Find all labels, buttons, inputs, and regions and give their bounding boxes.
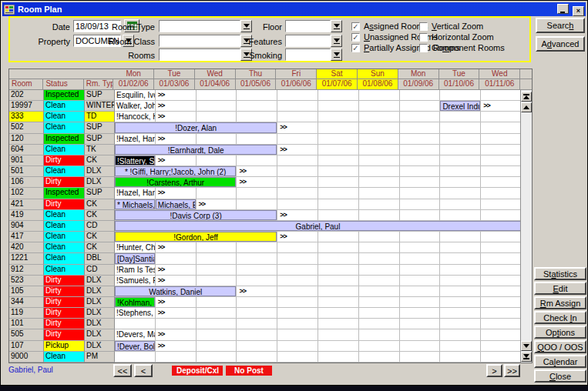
rm-assign-button[interactable]: Rm Assign: [534, 296, 586, 309]
reservation-bar-slattery-sea[interactable]: !Slattery, Sea: [115, 155, 155, 165]
floor-input[interactable]: [285, 20, 331, 32]
reservation-bar-carstens-arthur[interactable]: !Carstens, Arthur: [115, 177, 236, 187]
room-row-419[interactable]: 419CleanCK!Davis Corp (3)>>: [9, 210, 522, 221]
room-row-505[interactable]: 505DirtyDLX!Devers, Mar>>: [9, 329, 522, 340]
checkbox-box[interactable]: [419, 22, 428, 31]
room-type-cell: CK: [85, 155, 115, 166]
reservation-bar-samuels-p[interactable]: !Samuels, P: [115, 276, 155, 286]
smoking-dropdown-button[interactable]: [331, 48, 342, 61]
nav-next-button[interactable]: >: [486, 364, 502, 377]
room-number: 501: [9, 166, 44, 177]
room-row-102[interactable]: 102InspectedSUP!Hazel, Harri>>: [9, 188, 522, 199]
room-number: 420: [9, 242, 44, 253]
checkbox-box[interactable]: [419, 33, 428, 42]
room-row-523[interactable]: 523DirtyDLX!Samuels, P>>: [9, 276, 522, 286]
close-window-button[interactable]: ×: [573, 6, 584, 16]
reservation-bar-davis-corp-3[interactable]: !Davis Corp (3): [115, 210, 277, 220]
checkbox-horizontal-zoom[interactable]: Horizontal Zoom: [419, 32, 505, 42]
checkbox-box[interactable]: ✓: [351, 44, 360, 52]
rooms-input[interactable]: [159, 48, 240, 61]
reservation-bar-gordon-jeff[interactable]: !Gordon, Jeff: [115, 232, 277, 242]
checkbox-column-2: Vertical ZoomHorizontal ZoomComponent Ro…: [419, 21, 505, 53]
room-row-120[interactable]: 120InspectedSUP!Hazel, Harri>>: [9, 134, 522, 145]
room-row-9000[interactable]: 9000CleanPM: [9, 352, 522, 363]
checkbox-vertical-zoom[interactable]: Vertical Zoom: [419, 21, 505, 32]
date-header-row: Room Status Rm. Type 01/02/0601/03/0601/…: [9, 79, 532, 90]
reservation-bar-hazel-harri[interactable]: !Hazel, Harri: [115, 188, 155, 198]
reservation-bar-hazel-harri[interactable]: !Hazel, Harri: [115, 134, 155, 144]
minimize-button[interactable]: [557, 4, 569, 14]
room-row-101[interactable]: 101DirtyDLX: [9, 319, 522, 329]
calendar-button[interactable]: Calendar: [534, 355, 586, 368]
statistics-button[interactable]: Statistics: [534, 267, 586, 280]
room-row-119[interactable]: 119DirtyDLX!Stephens, R>>: [9, 308, 522, 319]
reservation-bar-giffi-harry-jacob-john-2[interactable]: * !Giffi, Harry;!Jacob, John (2): [115, 166, 236, 176]
nav-prev-button[interactable]: <: [134, 364, 153, 377]
timeline: !Earnhardt, Dale>>: [115, 145, 522, 155]
room-row-106[interactable]: 106DirtyDLX!Carstens, Arthur>>: [9, 177, 522, 188]
room-row-904[interactable]: 904CleanCDGabriel, Paul: [9, 221, 522, 232]
features-input[interactable]: [285, 35, 331, 47]
room-row-107[interactable]: 107PickupDLX!Dever, Bob>>: [9, 341, 522, 352]
reservation-bar-hancock-h[interactable]: !Hancock, H: [115, 112, 155, 122]
room-row-333[interactable]: 333CleanTD!Hancock, H>>: [9, 112, 522, 122]
room-row-1221[interactable]: 1221CleanDBL[Day]Santiag: [9, 253, 522, 264]
checkbox-box[interactable]: ✓: [351, 22, 360, 31]
room-number: 901: [9, 155, 44, 166]
room-row-105[interactable]: 105DirtyDLXWatkins, Daniel>>: [9, 286, 522, 297]
room-row-501[interactable]: 501CleanDLX* !Giffi, Harry;!Jacob, John …: [9, 166, 522, 177]
room-type-input[interactable]: [159, 20, 240, 32]
reservation-bar-watkins-daniel[interactable]: Watkins, Daniel: [115, 286, 236, 296]
room-row-421[interactable]: 421DirtyCK* Michaels, EMichaels, Ed>>: [9, 199, 522, 210]
room-type-cell: DLX: [85, 177, 115, 188]
room-row-420[interactable]: 420CleanCK!Hunter, Cha>>: [9, 242, 522, 253]
search-button[interactable]: Search: [536, 18, 585, 33]
reservation-bar-day-santiag[interactable]: [Day]Santiag: [115, 253, 155, 263]
scroll-down-button[interactable]: [521, 341, 532, 351]
room-row-417[interactable]: 417CleanCK!Gordon, Jeff>>: [9, 232, 522, 242]
checkbox-component-rooms[interactable]: Component Rooms: [419, 42, 505, 53]
edit-button[interactable]: Edit: [534, 282, 586, 295]
room-row-502[interactable]: 502CleanSUP!Dozer, Alan>>: [9, 122, 522, 133]
reservation-bar-earnhardt-dale[interactable]: !Earnhardt, Dale: [115, 145, 277, 155]
reservation-bar-devers-mar[interactable]: !Devers, Mar: [115, 329, 155, 339]
check-in-button[interactable]: Check In: [534, 311, 586, 324]
options-button[interactable]: Options: [534, 326, 586, 339]
room-row-19997[interactable]: 19997CleanWINTERWalker, John>>Drexel Ind…: [9, 101, 522, 112]
room-type-cell: CK: [85, 242, 115, 253]
scroll-up-button[interactable]: [521, 102, 532, 112]
room-row-604[interactable]: 604CleanTK!Earnhardt, Dale>>: [9, 145, 522, 155]
reservation-bar-ram-is-tes[interactable]: !Ram Is Tes: [115, 265, 155, 275]
reservation-bar-michaels-ed[interactable]: Michaels, Ed: [156, 199, 196, 209]
reservation-bar-gabriel-paul[interactable]: Gabriel, Paul: [115, 221, 521, 231]
advanced-button[interactable]: Advanced: [536, 36, 585, 52]
qoo-oos-button[interactable]: QOO / OOS: [534, 340, 586, 353]
room-row-344[interactable]: 344DirtyDLX!Kohlman, J>>: [9, 297, 522, 308]
checkbox-box[interactable]: ✓: [351, 33, 360, 42]
smoking-input[interactable]: [285, 48, 331, 61]
nav-last-button[interactable]: >>: [504, 364, 520, 377]
reservation-bar-dozer-alan[interactable]: !Dozer, Alan: [115, 122, 277, 132]
reservation-bar-hunter-cha[interactable]: !Hunter, Cha: [115, 242, 155, 252]
room-plan-window: Room Plan × Date Property Room Type Room…: [0, 0, 588, 386]
features-dropdown-button[interactable]: [331, 35, 342, 47]
checkbox-box[interactable]: [419, 44, 428, 52]
room-row-901[interactable]: 901DirtyCK!Slattery, Sea>>: [9, 155, 522, 166]
reservation-bar-drexel-indus[interactable]: Drexel Indus: [440, 101, 480, 111]
nav-first-button[interactable]: <<: [113, 364, 132, 377]
reservation-bar-walker-john[interactable]: Walker, John: [115, 101, 155, 111]
reservation-bar-kohlman-j[interactable]: !Kohlman, J: [115, 297, 155, 307]
reservation-bar-dever-bob[interactable]: !Dever, Bob: [115, 341, 155, 351]
room-row-912[interactable]: 912CleanCD!Ram Is Tes>>: [9, 265, 522, 276]
reservation-bar-esquilin-ivo[interactable]: Esquilin, Ivo: [115, 90, 155, 100]
reservation-bar-stephens-r[interactable]: !Stephens, R: [115, 308, 155, 318]
scroll-to-bottom-button[interactable]: [521, 352, 532, 362]
room-class-input[interactable]: [159, 35, 240, 47]
reservation-bar-michaels-e[interactable]: * Michaels, E: [115, 199, 155, 209]
vertical-scrollbar[interactable]: [520, 90, 532, 363]
room-number: 344: [9, 297, 44, 308]
room-row-202[interactable]: 202InspectedSUPEsquilin, Ivo>>: [9, 90, 522, 101]
close-button[interactable]: Close: [534, 369, 586, 383]
scroll-to-top-button[interactable]: [521, 92, 532, 102]
floor-dropdown-button[interactable]: [331, 20, 342, 32]
